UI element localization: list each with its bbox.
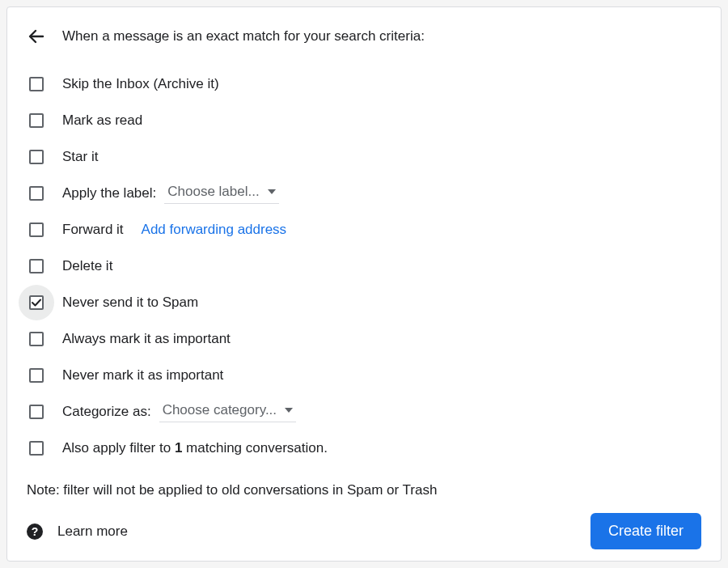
checkbox-icon <box>29 405 44 419</box>
also-apply-prefix: Also apply filter to <box>62 440 175 456</box>
option-forward-it[interactable]: Forward it Add forwarding address <box>27 211 701 248</box>
filter-actions-dialog: When a message is an exact match for you… <box>6 6 722 562</box>
option-label: Apply the label: <box>62 185 156 201</box>
checkbox-wrap[interactable] <box>19 212 54 248</box>
category-select[interactable]: Choose category... <box>159 401 296 422</box>
option-label: Always mark it as important <box>62 331 231 347</box>
option-label: Star it <box>62 149 98 165</box>
checkbox-wrap[interactable] <box>19 358 54 393</box>
checkbox-wrap[interactable] <box>19 248 54 284</box>
options-list: Skip the Inbox (Archive it) Mark as read… <box>27 66 701 466</box>
option-label: Mark as read <box>62 112 142 129</box>
option-label: Delete it <box>62 258 112 274</box>
label-select[interactable]: Choose label... <box>164 182 278 204</box>
option-apply-label[interactable]: Apply the label: Choose label... <box>27 175 701 211</box>
dialog-title: When a message is an exact match for you… <box>62 28 425 45</box>
checkbox-wrap[interactable] <box>19 176 54 211</box>
checkbox-icon <box>29 441 44 456</box>
note-text: Note: filter will not be applied to old … <box>27 482 701 498</box>
checkbox-icon <box>29 77 44 91</box>
option-label: Skip the Inbox (Archive it) <box>62 76 219 92</box>
option-star-it[interactable]: Star it <box>27 138 701 175</box>
option-label: Also apply filter to 1 matching conversa… <box>62 440 328 456</box>
checkbox-wrap[interactable] <box>19 430 54 466</box>
chevron-down-icon <box>285 408 293 413</box>
checkbox-wrap[interactable] <box>19 321 54 357</box>
also-apply-count: 1 <box>175 440 182 456</box>
checkbox-icon <box>29 186 44 201</box>
dialog-header: When a message is an exact match for you… <box>27 27 701 46</box>
checkbox-icon <box>29 223 44 237</box>
checkbox-icon <box>29 332 44 346</box>
option-never-spam[interactable]: Never send it to Spam <box>27 284 701 320</box>
learn-more-link[interactable]: Learn more <box>57 523 128 540</box>
checkbox-icon <box>29 259 44 273</box>
checkbox-icon <box>29 368 44 383</box>
option-label: Never mark it as important <box>62 367 223 384</box>
option-mark-read[interactable]: Mark as read <box>27 102 701 138</box>
help-icon[interactable]: ? <box>27 523 43 540</box>
checkbox-icon <box>29 113 44 128</box>
select-value: Choose label... <box>167 184 259 200</box>
option-categorize-as[interactable]: Categorize as: Choose category... <box>27 393 701 430</box>
create-filter-button[interactable]: Create filter <box>590 513 701 549</box>
checkbox-wrap[interactable] <box>19 66 54 102</box>
option-also-apply[interactable]: Also apply filter to 1 matching conversa… <box>27 430 701 466</box>
option-label: Categorize as: <box>62 404 151 420</box>
back-arrow-icon[interactable] <box>27 27 46 46</box>
option-label: Never send it to Spam <box>62 295 198 311</box>
checkbox-wrap[interactable] <box>19 139 54 175</box>
dialog-footer: ? Learn more Create filter <box>27 513 701 549</box>
add-forwarding-link[interactable]: Add forwarding address <box>142 222 287 238</box>
option-never-important[interactable]: Never mark it as important <box>27 357 701 393</box>
also-apply-suffix: matching conversation. <box>182 440 328 456</box>
select-value: Choose category... <box>163 402 277 418</box>
option-skip-inbox[interactable]: Skip the Inbox (Archive it) <box>27 66 701 102</box>
checkbox-wrap[interactable] <box>19 394 54 430</box>
checkbox-checked-icon <box>29 295 44 310</box>
checkbox-wrap[interactable] <box>19 103 54 138</box>
checkbox-wrap[interactable] <box>19 285 54 320</box>
footer-left: ? Learn more <box>27 523 128 540</box>
option-label: Forward it <box>62 222 124 238</box>
chevron-down-icon <box>268 189 276 194</box>
option-delete-it[interactable]: Delete it <box>27 248 701 284</box>
checkbox-icon <box>29 150 44 164</box>
option-always-important[interactable]: Always mark it as important <box>27 320 701 357</box>
